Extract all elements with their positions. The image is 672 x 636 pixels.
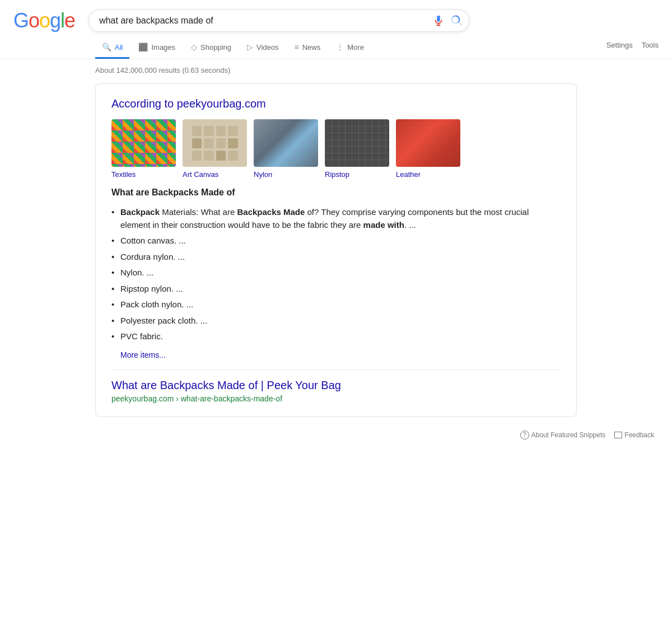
logo-letter-e: e — [64, 9, 75, 32]
materials-row: Textiles Art Canvas — [111, 119, 561, 179]
images-tab-icon: ⬛ — [138, 43, 148, 52]
results-count: About 142,000,000 results (0.63 seconds) — [0, 59, 672, 79]
material-art-canvas[interactable]: Art Canvas — [183, 119, 247, 179]
logo-letter-g2: g — [50, 9, 60, 32]
tab-images[interactable]: ⬛ Images — [132, 37, 182, 59]
search-tab-icon: 🔍 — [102, 43, 111, 52]
feedback-label: Feedback — [624, 431, 654, 439]
leather-image — [396, 119, 460, 167]
google-logo: Google — [13, 9, 75, 32]
featured-source-link[interactable]: According to peekyourbag.com — [111, 97, 561, 110]
tab-all[interactable]: 🔍 All — [95, 37, 129, 59]
header: Google — [0, 0, 672, 32]
tab-news[interactable]: ≡ News — [288, 37, 328, 59]
result-url: peekyourbag.com › what-are-backpacks-mad… — [111, 394, 282, 403]
tab-videos-label: Videos — [256, 43, 279, 52]
tab-shopping[interactable]: ◇ Shopping — [184, 37, 238, 59]
more-items-link[interactable]: More items... — [120, 350, 166, 359]
more-tab-icon: ⋮ — [336, 43, 344, 52]
tab-images-label: Images — [151, 43, 175, 52]
snippet-list: Backpack Materials: What are Backpacks M… — [111, 204, 561, 345]
textiles-image — [111, 119, 176, 167]
nav-right: Settings Tools — [606, 41, 659, 55]
ripstop-image — [325, 119, 389, 167]
list-item-2: Nylon. ... — [111, 265, 561, 281]
search-icon[interactable] — [450, 15, 463, 27]
textiles-label[interactable]: Textiles — [111, 170, 136, 179]
intro-bold3: made with — [363, 220, 404, 230]
tab-all-label: All — [115, 43, 123, 52]
list-item-4: Pack cloth nylon. ... — [111, 297, 561, 313]
result-title-link[interactable]: What are Backpacks Made of | Peek Your B… — [111, 379, 561, 392]
list-item-5: Polyester pack cloth. ... — [111, 313, 561, 329]
art-canvas-image — [183, 119, 247, 167]
feedback-icon — [614, 432, 622, 438]
tools-link[interactable]: Tools — [642, 41, 659, 49]
bottom-bar: ? About Featured Snippets Feedback — [0, 426, 672, 444]
feedback-link[interactable]: Feedback — [614, 431, 654, 439]
nylon-image — [254, 119, 318, 167]
tab-more-label: More — [347, 43, 364, 52]
list-item-0: Cotton canvas. ... — [111, 233, 561, 249]
videos-tab-icon: ▷ — [247, 43, 253, 52]
news-tab-icon: ≡ — [295, 43, 299, 52]
material-textiles[interactable]: Textiles — [111, 119, 176, 179]
leather-label[interactable]: Leather — [396, 170, 421, 179]
settings-link[interactable]: Settings — [606, 41, 633, 49]
featured-snippet-card: According to peekyourbag.com Textiles — [95, 83, 577, 417]
ripstop-label[interactable]: Ripstop — [325, 170, 349, 179]
list-item-1: Cordura nylon. ... — [111, 249, 561, 265]
featured-snippets-link[interactable]: ? About Featured Snippets — [520, 431, 606, 439]
nav-tabs: 🔍 All ⬛ Images ◇ Shopping ▷ Videos ≡ New… — [0, 32, 672, 59]
shopping-tab-icon: ◇ — [191, 43, 197, 52]
result-link-section: What are Backpacks Made of | Peek Your B… — [111, 370, 561, 403]
snippet-intro-item: Backpack Materials: What are Backpacks M… — [111, 204, 561, 233]
logo-letter-g: G — [13, 9, 29, 32]
material-nylon[interactable]: Nylon — [254, 119, 318, 179]
material-leather[interactable]: Leather — [396, 119, 460, 179]
material-ripstop[interactable]: Ripstop — [325, 119, 389, 179]
logo-letter-l: l — [60, 9, 64, 32]
tab-more[interactable]: ⋮ More — [329, 37, 371, 59]
help-circle-icon: ? — [520, 431, 529, 439]
list-item-3: Ripstop nylon. ... — [111, 281, 561, 297]
search-icons — [432, 15, 463, 27]
intro-text3: . ... — [404, 220, 416, 230]
intro-bold1: Backpack — [120, 207, 160, 217]
list-item-6: PVC fabric. — [111, 329, 561, 345]
snippet-heading: What are Backpacks Made of — [111, 188, 561, 198]
search-bar-wrapper — [88, 10, 469, 32]
tab-shopping-label: Shopping — [200, 43, 231, 52]
microphone-icon[interactable] — [432, 15, 445, 27]
intro-bold2: Backpacks Made — [237, 207, 305, 217]
featured-snippets-label: About Featured Snippets — [531, 431, 606, 439]
search-input[interactable] — [88, 10, 469, 32]
logo-letter-o1: o — [29, 9, 39, 32]
intro-text1: Materials: What are — [160, 207, 237, 217]
tab-videos[interactable]: ▷ Videos — [240, 37, 286, 59]
art-canvas-label[interactable]: Art Canvas — [183, 170, 218, 179]
tab-news-label: News — [302, 43, 321, 52]
nylon-label[interactable]: Nylon — [254, 170, 272, 179]
logo-letter-o2: o — [39, 9, 50, 32]
